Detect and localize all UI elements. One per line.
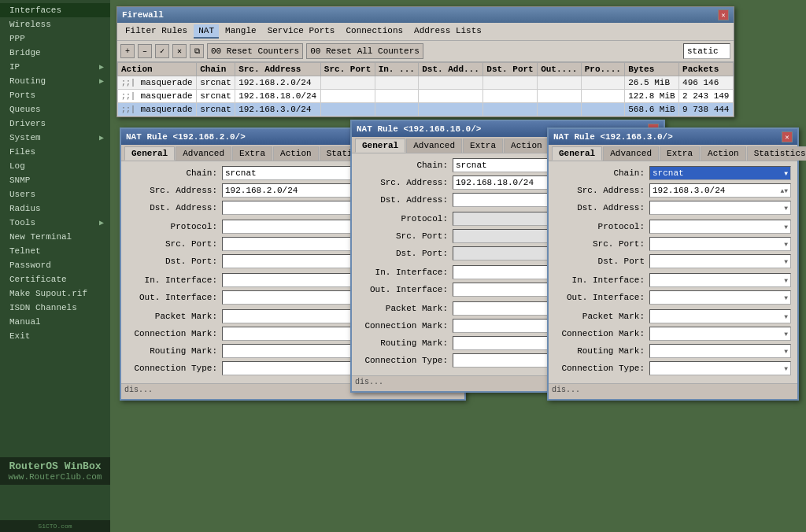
sidebar-item-telnet[interactable]: Telnet bbox=[0, 244, 110, 258]
table-row[interactable]: ;;| masquerade srcnat 192.168.3.0/24 568… bbox=[118, 103, 734, 116]
sidebar-item-manual[interactable]: Manual bbox=[0, 315, 110, 329]
connection-mark-input[interactable]: ▼ bbox=[649, 327, 791, 341]
reset-all-counters-button[interactable]: 00 Reset All Counters bbox=[306, 43, 423, 59]
sidebar-item-ip[interactable]: IP ▶ bbox=[0, 60, 110, 74]
sidebar-item-isdn[interactable]: ISDN Channels bbox=[0, 301, 110, 315]
sidebar-item-exit[interactable]: Exit bbox=[0, 329, 110, 343]
tab-advanced[interactable]: Advanced bbox=[406, 139, 462, 153]
chain-row: Chain: srcnat ▼ bbox=[555, 166, 791, 180]
dropdown-arrow-icon: ▼ bbox=[784, 224, 788, 231]
sidebar-item-new-terminal[interactable]: New Terminal bbox=[0, 230, 110, 244]
tab-extra[interactable]: Extra bbox=[660, 146, 700, 161]
dst-port-row: Dst. Port ▼ bbox=[555, 254, 791, 268]
sidebar-item-interfaces[interactable]: Interfaces bbox=[0, 3, 110, 17]
packet-mark-label: Packet Mark: bbox=[555, 312, 649, 321]
sidebar-item-files[interactable]: Files bbox=[0, 145, 110, 159]
tab-general[interactable]: General bbox=[124, 146, 175, 161]
row3-src: 192.168.3.0/24 bbox=[235, 103, 321, 116]
firewall-titlebar[interactable]: Firewall ✕ bbox=[117, 7, 734, 23]
routing-mark-input[interactable]: ▼ bbox=[649, 344, 791, 358]
close-button[interactable]: ✕ bbox=[718, 9, 729, 20]
protocol-input[interactable]: ▼ bbox=[649, 220, 791, 234]
sidebar-item-log[interactable]: Log bbox=[0, 159, 110, 173]
dst-address-input[interactable]: ▼ bbox=[649, 201, 791, 215]
sidebar-item-radius[interactable]: Radius bbox=[0, 201, 110, 216]
tab-filter-rules[interactable]: Filter Rules bbox=[120, 24, 192, 39]
dropdown-arrow-icon: ▼ bbox=[784, 277, 788, 284]
sidebar-item-ppp[interactable]: PPP bbox=[0, 31, 110, 46]
sidebar-item-drivers[interactable]: Drivers bbox=[0, 116, 110, 131]
dropdown-arrow-icon: ▼ bbox=[784, 365, 788, 372]
tab-action[interactable]: Action bbox=[504, 139, 549, 153]
reset-counters-button[interactable]: 00 Reset Counters bbox=[207, 43, 303, 59]
connection-type-input[interactable]: ▼ bbox=[649, 361, 791, 375]
tab-action[interactable]: Action bbox=[273, 146, 319, 161]
src-port-input[interactable]: ▼ bbox=[649, 237, 791, 251]
out-interface-row: Out. Interface: ▼ bbox=[555, 290, 791, 305]
sidebar-item-certificate[interactable]: Certificate bbox=[0, 272, 110, 286]
tab-service-ports[interactable]: Service Ports bbox=[263, 24, 340, 39]
tab-advanced[interactable]: Advanced bbox=[176, 146, 231, 161]
chain-label: Chain: bbox=[128, 168, 222, 178]
nat-rule-3-titlebar[interactable]: NAT Rule <192.168.3.0/> ✕ bbox=[549, 129, 797, 145]
col-in: In. ... bbox=[375, 63, 419, 76]
chain-input[interactable]: srcnat ▼ bbox=[649, 166, 791, 180]
row1-srcport bbox=[320, 76, 375, 90]
row2-srcport bbox=[320, 90, 375, 103]
tab-action[interactable]: Action bbox=[701, 146, 746, 161]
sidebar-item-bridge[interactable]: Bridge bbox=[0, 46, 110, 60]
tab-extra[interactable]: Extra bbox=[232, 146, 272, 161]
row2-packets: 2 243 149 bbox=[679, 90, 734, 103]
sidebar-item-system[interactable]: System ▶ bbox=[0, 131, 110, 145]
src-address-label: Src. Address: bbox=[358, 178, 453, 187]
tab-address-lists[interactable]: Address Lists bbox=[409, 24, 486, 39]
tab-advanced[interactable]: Advanced bbox=[603, 146, 659, 161]
dropdown-arrow-icon: ▼ bbox=[784, 170, 788, 177]
sidebar-item-users[interactable]: Users bbox=[0, 187, 110, 201]
sidebar-item-password[interactable]: Password bbox=[0, 258, 110, 272]
tab-connections[interactable]: Connections bbox=[341, 24, 408, 39]
in-interface-input[interactable]: ▼ bbox=[649, 273, 791, 287]
tab-general[interactable]: General bbox=[552, 146, 602, 161]
row3-chain: srcnat bbox=[197, 103, 235, 116]
tab-nat[interactable]: NAT bbox=[194, 24, 219, 39]
table-row[interactable]: ;;| masquerade srcnat 192.168.18.0/24 12… bbox=[118, 90, 734, 103]
packet-mark-input[interactable]: ▼ bbox=[649, 309, 791, 323]
tab-statistics[interactable]: Statistics bbox=[747, 146, 806, 161]
nat-rule-2-title: NAT Rule <192.168.18.0/> bbox=[357, 124, 481, 134]
connection-mark-label: Connection Mark: bbox=[128, 329, 222, 338]
nat-rule-3-status: dis... bbox=[549, 383, 797, 399]
row3-out bbox=[538, 103, 582, 116]
check-button[interactable]: ✓ bbox=[155, 44, 169, 58]
row1-in bbox=[375, 76, 419, 90]
copy-button[interactable]: ⧉ bbox=[190, 44, 204, 58]
table-row[interactable]: ;;| masquerade srcnat 192.168.2.0/24 26.… bbox=[118, 76, 734, 90]
sidebar-item-tools[interactable]: Tools ▶ bbox=[0, 216, 110, 230]
out-interface-input[interactable]: ▼ bbox=[649, 290, 791, 305]
tab-general[interactable]: General bbox=[355, 139, 405, 153]
close-button[interactable]: ✕ bbox=[782, 131, 793, 142]
firewall-table-container: Action Chain Src. Address Src. Port In. … bbox=[117, 62, 734, 116]
row1-src: 192.168.2.0/24 bbox=[235, 76, 321, 90]
in-interface-label: In. Interface: bbox=[358, 268, 453, 277]
tab-extra[interactable]: Extra bbox=[463, 139, 503, 153]
tab-mangle[interactable]: Mangle bbox=[220, 24, 261, 39]
dst-port-input[interactable]: ▼ bbox=[649, 254, 791, 268]
src-address-input[interactable]: 192.168.3.0/24 ▲▼ bbox=[649, 183, 791, 198]
sidebar-item-make-supout[interactable]: Make Supout.rif bbox=[0, 286, 110, 301]
app-name: RouterOS WinBox bbox=[6, 460, 104, 472]
protocol-label: Protocol: bbox=[555, 222, 649, 231]
sidebar-item-routing[interactable]: Routing ▶ bbox=[0, 74, 110, 88]
dropdown-arrow-icon: ▼ bbox=[784, 205, 788, 212]
sidebar-item-queues[interactable]: Queues bbox=[0, 102, 110, 116]
delete-button[interactable]: ✕ bbox=[172, 44, 187, 58]
minus-button[interactable]: – bbox=[138, 44, 152, 58]
row2-action: ;;| masquerade bbox=[118, 90, 197, 103]
window-controls: ✕ bbox=[718, 9, 729, 20]
add-button[interactable]: + bbox=[120, 44, 135, 58]
sidebar-item-snmp[interactable]: SNMP bbox=[0, 173, 110, 187]
routing-mark-label: Routing Mark: bbox=[358, 338, 453, 348]
sidebar-item-wireless[interactable]: Wireless bbox=[0, 17, 110, 31]
sidebar-item-ports[interactable]: Ports bbox=[0, 88, 110, 102]
filter-dropdown[interactable]: static bbox=[683, 43, 730, 59]
